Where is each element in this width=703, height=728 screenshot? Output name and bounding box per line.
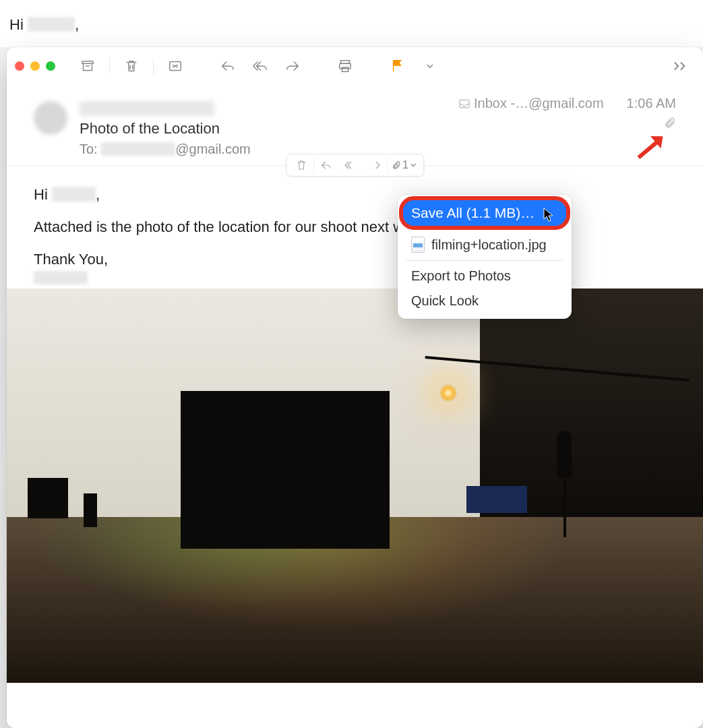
chevron-down-icon — [426, 62, 434, 70]
inline-delete-button[interactable] — [289, 155, 313, 175]
reply-all-button[interactable] — [245, 55, 275, 78]
body-line-1: Attached is the photo of the location fo… — [34, 218, 676, 236]
svg-rect-4 — [342, 67, 348, 71]
message-body: Hi , Attached is the photo of the locati… — [7, 166, 703, 284]
inline-action-bar: 1 — [286, 154, 424, 177]
menu-separator — [406, 229, 563, 229]
studio-photo-placeholder — [7, 289, 703, 683]
attachment-dropdown-button[interactable]: 1 — [388, 158, 421, 172]
sender-name-redacted — [80, 101, 214, 116]
inline-reply-button[interactable] — [314, 155, 338, 175]
attachment-image[interactable] — [7, 289, 703, 683]
redacted-name — [28, 17, 75, 32]
chevron-down-icon — [410, 162, 417, 169]
toolbar-overflow-button[interactable] — [665, 55, 695, 78]
menu-quick-look[interactable]: Quick Look — [403, 289, 566, 313]
to-label: To: — [80, 142, 98, 156]
inbox-label: Inbox -…@gmail.com — [474, 96, 604, 111]
attachment-count: 1 — [402, 158, 408, 172]
archive-button[interactable] — [73, 55, 102, 78]
signature-redacted — [34, 271, 88, 284]
junk-button[interactable] — [160, 55, 190, 78]
to-redacted — [101, 142, 175, 156]
inline-reply-all-button[interactable] — [338, 155, 363, 175]
mail-message-window: Photo of the Location To: @gmail.com Inb… — [7, 47, 703, 728]
svg-rect-5 — [460, 100, 469, 107]
zoom-window-button[interactable] — [46, 61, 55, 71]
flag-button[interactable] — [383, 55, 412, 78]
image-file-icon — [411, 237, 425, 253]
flag-options-button[interactable] — [415, 55, 445, 78]
minimize-window-button[interactable] — [30, 61, 40, 71]
menu-save-all[interactable]: Save All (1.1 MB)… — [403, 200, 566, 226]
body-name-redacted — [52, 187, 96, 202]
close-window-button[interactable] — [15, 61, 24, 71]
divider — [109, 58, 110, 74]
svg-rect-0 — [82, 61, 94, 64]
menu-save-all-label: Save All (1.1 MB)… — [411, 205, 534, 221]
menu-quicklook-label: Quick Look — [411, 293, 479, 309]
body-greet-prefix: Hi — [34, 186, 52, 203]
body-greet-suffix: , — [96, 186, 100, 203]
flag-icon — [390, 59, 405, 73]
toolbar — [7, 47, 703, 85]
print-button[interactable] — [330, 55, 360, 78]
header-meta: Inbox -…@gmail.com 1:06 AM — [459, 96, 676, 132]
reply-icon — [220, 59, 235, 73]
paperclip-icon — [392, 160, 401, 170]
junk-icon — [168, 59, 183, 73]
print-icon — [338, 59, 353, 73]
message-time: 1:06 AM — [627, 96, 676, 111]
menu-attachment-file[interactable]: filming+location.jpg — [403, 232, 566, 257]
archive-icon — [80, 59, 95, 73]
inline-forward-button[interactable] — [363, 155, 387, 175]
bg-greet-prefix: Hi — [9, 16, 28, 33]
background-email-preview: Hi , — [0, 0, 703, 47]
sender-avatar — [34, 101, 67, 135]
menu-export-photos[interactable]: Export to Photos — [403, 264, 566, 289]
body-thanks: Thank You, — [34, 251, 676, 268]
forward-icon — [285, 59, 300, 73]
mouse-cursor — [543, 208, 555, 222]
menu-separator — [406, 260, 563, 261]
reply-button[interactable] — [213, 55, 243, 78]
menu-file-label: filming+location.jpg — [431, 237, 547, 253]
message-header: Photo of the Location To: @gmail.com Inb… — [7, 85, 703, 166]
trash-icon — [124, 59, 139, 73]
to-suffix: @gmail.com — [175, 142, 250, 156]
delete-button[interactable] — [117, 55, 146, 78]
forward-button[interactable] — [278, 55, 307, 78]
attachment-indicator-icon — [664, 117, 676, 129]
double-chevron-right-icon — [673, 61, 687, 71]
reply-all-icon — [253, 59, 268, 73]
window-controls — [15, 61, 55, 71]
bg-greet-suffix: , — [75, 16, 79, 33]
menu-export-label: Export to Photos — [411, 268, 511, 284]
inbox-icon — [459, 99, 470, 109]
divider — [153, 58, 154, 74]
